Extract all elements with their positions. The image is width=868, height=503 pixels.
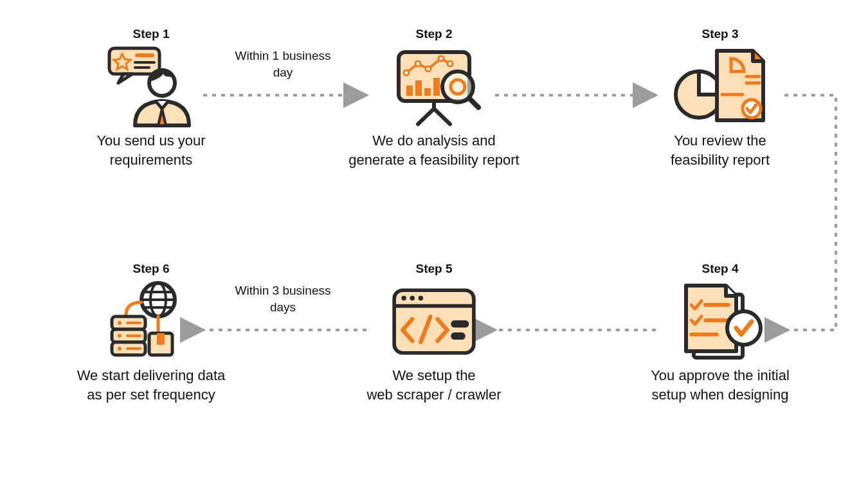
svg-line-20 xyxy=(418,109,434,124)
step-5-icon-code-browser xyxy=(386,276,482,366)
svg-line-21 xyxy=(434,109,450,124)
svg-rect-12 xyxy=(424,88,431,96)
step-3-icon-report-piechart xyxy=(672,41,768,131)
step-2-desc-line1: We do analysis and xyxy=(372,133,496,149)
svg-rect-52 xyxy=(451,320,469,327)
step-5-desc-line1: We setup the xyxy=(392,367,475,383)
step-1-icon-person-chat xyxy=(103,41,199,131)
step-2-desc: We do analysis and generate a feasibilit… xyxy=(348,131,519,169)
step-3: Step 3 You review the feasibility report xyxy=(637,27,804,169)
step-3-title: Step 3 xyxy=(701,27,738,41)
step-6-title: Step 6 xyxy=(132,262,169,276)
step-6-icon-data-delivery xyxy=(103,276,199,366)
step-6-desc-line1: We start delivering data xyxy=(77,367,226,383)
step-6: Step 6 We start xyxy=(58,262,244,404)
step-4-desc-line2: setup when designing xyxy=(652,387,789,403)
svg-point-16 xyxy=(426,66,431,71)
step-2: Step 2 We do analysis a xyxy=(341,27,527,169)
connector-5-label-line1: Within 3 business xyxy=(235,284,331,297)
svg-point-14 xyxy=(404,70,409,75)
step-4-icon-approve-checklist xyxy=(672,276,768,366)
step-2-icon-analysis-board xyxy=(386,41,482,131)
svg-line-24 xyxy=(469,98,478,107)
step-4-desc: You approve the initial setup when desig… xyxy=(651,366,790,404)
step-5-desc-line2: web scraper / crawler xyxy=(366,387,501,403)
step-3-desc-line1: You review the xyxy=(674,133,766,149)
step-2-title: Step 2 xyxy=(415,27,452,41)
step-5-title: Step 5 xyxy=(415,262,452,276)
svg-rect-45 xyxy=(157,333,165,345)
svg-point-48 xyxy=(401,296,406,301)
svg-point-39 xyxy=(118,334,122,338)
connector-5-label-line2: days xyxy=(270,300,296,314)
step-3-desc: You review the feasibility report xyxy=(671,131,770,169)
step-1-title: Step 1 xyxy=(132,27,169,41)
svg-rect-11 xyxy=(415,80,422,96)
svg-rect-53 xyxy=(451,333,466,340)
svg-point-15 xyxy=(415,61,420,66)
step-6-desc: We start delivering data as per set freq… xyxy=(77,366,226,404)
svg-point-40 xyxy=(118,347,122,351)
step-6-desc-line2: as per set frequency xyxy=(87,387,215,403)
step-2-desc-line2: generate a feasibility report xyxy=(348,152,519,168)
connector-1-label: Within 1 business day xyxy=(225,48,341,80)
svg-point-49 xyxy=(410,296,415,301)
step-5-desc: We setup the web scraper / crawler xyxy=(366,366,501,404)
connector-1-label-line1: Within 1 business xyxy=(235,49,331,62)
step-4-desc-line1: You approve the initial xyxy=(651,367,790,383)
step-1-desc: You send us your requirements xyxy=(96,131,205,169)
step-3-desc-line2: feasibility report xyxy=(671,152,770,168)
svg-point-50 xyxy=(419,296,424,301)
svg-point-17 xyxy=(439,56,444,61)
step-4: Step 4 You approve the initial setup whe… xyxy=(633,262,807,404)
svg-rect-13 xyxy=(433,78,440,96)
connector-1-label-line2: day xyxy=(273,66,293,79)
svg-point-18 xyxy=(448,61,453,66)
step-1-desc-line1: You send us your xyxy=(96,133,205,149)
svg-point-38 xyxy=(118,321,122,325)
step-5: Step 5 We setup the web scraper / crawle… xyxy=(350,262,518,404)
step-4-title: Step 4 xyxy=(701,262,738,276)
svg-rect-10 xyxy=(406,86,413,96)
step-1-desc-line2: requirements xyxy=(110,152,192,168)
svg-rect-5 xyxy=(135,53,154,57)
step-1: Step 1 You send us your requirements xyxy=(68,27,235,169)
